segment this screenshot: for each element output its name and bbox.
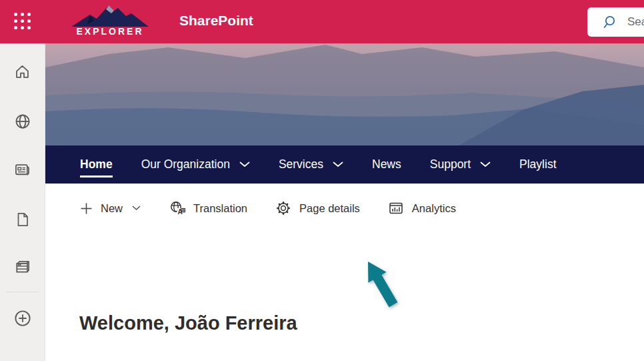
gear-icon xyxy=(275,200,291,216)
translation-button[interactable]: A Translation xyxy=(169,200,247,216)
site-navigation: Home Our Organization Services News Supp… xyxy=(45,145,644,184)
sidebar-divider xyxy=(6,292,39,292)
nav-item-news[interactable]: News xyxy=(372,145,401,184)
pointer-arrow-annotation xyxy=(352,259,412,316)
translation-button-label: Translation xyxy=(193,202,247,215)
nav-label: News xyxy=(372,157,401,171)
page-title: Welcome, João Ferreira xyxy=(79,312,297,334)
app-launcher-waffle-icon[interactable] xyxy=(13,11,33,31)
search-input[interactable] xyxy=(627,15,644,29)
chevron-down-icon xyxy=(132,206,141,211)
main-area: Home Our Organization Services News Supp… xyxy=(45,43,644,361)
page-icon xyxy=(14,211,31,228)
suite-header: EXPLORER SharePoint xyxy=(0,0,644,43)
search-icon xyxy=(603,15,619,30)
nav-label: Our Organization xyxy=(141,157,230,171)
app-rail-sidebar xyxy=(0,43,45,361)
nav-item-playlist[interactable]: Playlist xyxy=(519,145,556,184)
nav-item-our-organization[interactable]: Our Organization xyxy=(141,145,250,184)
page-details-button-label: Page details xyxy=(299,202,360,215)
analytics-button-label: Analytics xyxy=(412,202,456,215)
analytics-icon xyxy=(388,200,404,216)
site-logo[interactable]: EXPLORER xyxy=(69,4,151,39)
home-icon xyxy=(13,63,31,81)
nav-label: Playlist xyxy=(519,157,556,171)
sidebar-item-sites[interactable] xyxy=(9,108,36,135)
nav-label: Support xyxy=(430,157,471,171)
sidebar-item-create[interactable] xyxy=(9,305,36,332)
logo-text: EXPLORER xyxy=(76,27,143,36)
news-icon xyxy=(13,161,31,179)
globe-icon xyxy=(13,112,32,131)
new-button-label: New xyxy=(101,202,123,215)
new-button[interactable]: New xyxy=(80,202,141,215)
create-icon xyxy=(13,308,33,328)
sidebar-item-library[interactable] xyxy=(9,254,36,280)
search-box[interactable] xyxy=(587,7,644,37)
nav-item-home[interactable]: Home xyxy=(80,145,113,184)
mountain-logo-icon xyxy=(70,4,150,28)
plus-icon xyxy=(80,202,93,215)
nav-item-support[interactable]: Support xyxy=(430,145,491,184)
library-icon xyxy=(13,258,32,276)
chevron-down-icon xyxy=(333,161,343,167)
page-details-button[interactable]: Page details xyxy=(275,200,360,216)
sidebar-item-home[interactable] xyxy=(9,58,36,85)
command-bar: New A Translation xyxy=(80,200,456,216)
chevron-down-icon xyxy=(480,161,491,167)
nav-label: Services xyxy=(279,157,323,171)
nav-label: Home xyxy=(80,157,113,171)
translation-icon: A xyxy=(169,200,185,216)
hero-banner-image xyxy=(45,43,644,145)
analytics-button[interactable]: Analytics xyxy=(388,200,456,216)
sidebar-item-pages[interactable] xyxy=(9,206,36,233)
page-content: New A Translation xyxy=(45,184,644,361)
nav-item-services[interactable]: Services xyxy=(279,145,343,184)
sidebar-item-news[interactable] xyxy=(9,156,36,183)
app-title: SharePoint xyxy=(179,13,253,29)
chevron-down-icon xyxy=(239,161,250,167)
